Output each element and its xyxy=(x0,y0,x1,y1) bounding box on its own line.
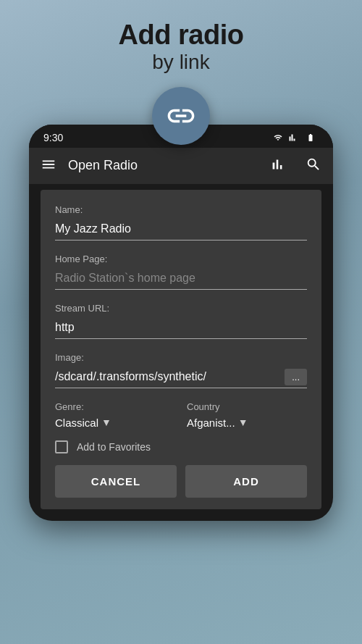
name-field-group: Name: xyxy=(55,204,307,241)
status-icons xyxy=(272,133,319,142)
country-dropdown[interactable]: Afganist... ▼ xyxy=(187,417,307,429)
country-value: Afganist... xyxy=(187,417,235,429)
name-input[interactable] xyxy=(55,219,307,241)
stream-url-input[interactable] xyxy=(55,318,307,339)
homepage-input[interactable] xyxy=(55,269,307,290)
genre-country-row: Genre: Classical ▼ Country Afganist... ▼ xyxy=(55,401,307,429)
image-label: Image: xyxy=(55,352,307,363)
favorites-row[interactable]: Add to Favorites xyxy=(55,440,307,453)
country-field-group: Country Afganist... ▼ xyxy=(187,401,307,429)
search-icon[interactable] xyxy=(306,156,321,175)
genre-label: Genre: xyxy=(55,401,175,412)
name-label: Name: xyxy=(55,204,307,215)
wifi-icon xyxy=(272,133,284,142)
add-radio-dialog: Name: Home Page: Stream URL: Image: ... … xyxy=(41,190,321,509)
genre-dropdown[interactable]: Classical ▼ xyxy=(55,417,175,429)
favorites-label: Add to Favorites xyxy=(77,441,151,453)
add-button[interactable]: ADD xyxy=(185,465,307,498)
page-title-line2: by link xyxy=(152,51,209,74)
top-section: Add radio by link xyxy=(119,0,244,145)
genre-field-group: Genre: Classical ▼ xyxy=(55,401,175,429)
status-time: 9:30 xyxy=(43,132,63,143)
chart-icon[interactable] xyxy=(269,156,285,175)
image-input[interactable] xyxy=(55,367,279,388)
favorites-checkbox[interactable] xyxy=(55,440,68,453)
genre-value: Classical xyxy=(55,417,98,429)
app-title: Open Radio xyxy=(68,158,258,173)
phone-frame: 9:30 Open Radio xyxy=(29,125,333,521)
country-arrow-icon: ▼ xyxy=(238,417,248,428)
homepage-field-group: Home Page: xyxy=(55,254,307,290)
battery-icon xyxy=(303,133,319,142)
browse-button[interactable]: ... xyxy=(285,369,307,385)
page-title-line1: Add radio xyxy=(119,20,244,51)
dialog-buttons: CANCEL ADD xyxy=(55,465,307,498)
genre-arrow-icon: ▼ xyxy=(101,417,111,428)
stream-url-label: Stream URL: xyxy=(55,303,307,314)
menu-icon[interactable] xyxy=(41,156,56,175)
homepage-label: Home Page: xyxy=(55,254,307,264)
app-bar: Open Radio xyxy=(29,148,333,184)
image-field-group: Image: ... xyxy=(55,352,307,388)
image-input-row: ... xyxy=(55,367,307,388)
cancel-button[interactable]: CANCEL xyxy=(55,465,177,498)
link-icon xyxy=(165,100,197,132)
link-icon-circle xyxy=(152,87,210,145)
country-label: Country xyxy=(187,401,307,412)
stream-url-field-group: Stream URL: xyxy=(55,303,307,339)
signal-icon xyxy=(288,133,298,142)
